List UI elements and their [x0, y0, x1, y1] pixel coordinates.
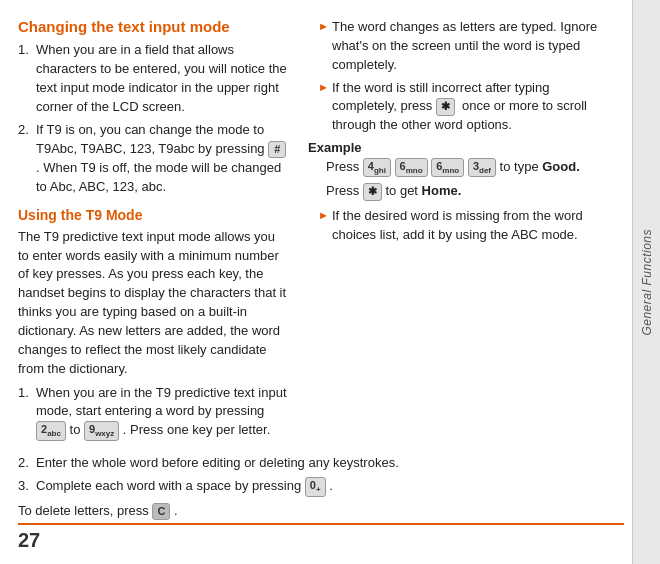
bullet-text: If the word is still incorrect after typ…	[332, 79, 612, 136]
key-star2: ✱	[363, 183, 382, 201]
item-content: If T9 is on, you can change the mode to …	[36, 121, 288, 196]
item-content: When you are in a field that allows char…	[36, 41, 288, 116]
key-0: 0+	[305, 477, 326, 496]
sidebar-label: General Functions	[640, 229, 654, 336]
item-content: Enter the whole word before editing or d…	[36, 454, 612, 473]
key-c: C	[152, 503, 170, 520]
bullet-arrow-icon: ►	[318, 208, 332, 245]
bullet-arrow-icon: ►	[318, 19, 332, 75]
bullet-text: If the desired word is missing from the …	[332, 207, 612, 245]
bullet-arrow-icon: ►	[318, 80, 332, 136]
key-6b: 6mno	[431, 158, 464, 177]
t9-body: The T9 predictive text input mode allows…	[18, 228, 288, 379]
list-item: 2. If T9 is on, you can change the mode …	[18, 121, 288, 196]
key-3: 3def	[468, 158, 496, 177]
sidebar: General Functions	[632, 0, 660, 564]
key-hash: #	[268, 141, 286, 158]
bullet-list-bottom: ► If the desired word is missing from th…	[318, 207, 612, 245]
subsection-title-t9: Using the T9 Mode	[18, 207, 288, 223]
bullet-item: ► If the desired word is missing from th…	[318, 207, 612, 245]
key-6a: 6mno	[395, 158, 428, 177]
key-4: 4ghi	[363, 158, 391, 177]
bullet-text: The word changes as letters are typed. I…	[332, 18, 612, 75]
key-star: ✱	[436, 98, 455, 116]
example-line1: Press 4ghi 6mno 6mno 3def to type Good.	[326, 158, 612, 177]
section-title-changing: Changing the text input mode	[18, 18, 288, 35]
bullet-item: ► If the word is still incorrect after t…	[318, 79, 612, 136]
bullet-list-top: ► The word changes as letters are typed.…	[318, 18, 612, 135]
main-content: Changing the text input mode 1. When you…	[0, 0, 632, 564]
delete-instruction: To delete letters, press C .	[18, 502, 612, 521]
item-content: When you are in the T9 predictive text i…	[36, 384, 288, 441]
item-number: 1.	[18, 384, 36, 441]
list-item: 1. When you are in a field that allows c…	[18, 41, 288, 116]
page-number: 27	[18, 529, 40, 552]
example-block: Press 4ghi 6mno 6mno 3def to type Good. …	[326, 158, 612, 201]
right-column: ► The word changes as letters are typed.…	[308, 18, 612, 446]
example-word1: Good.	[542, 159, 580, 174]
example-word2: Home.	[422, 183, 462, 198]
bullet-item: ► The word changes as letters are typed.…	[318, 18, 612, 75]
item-number: 2.	[18, 121, 36, 196]
item-number: 2.	[18, 454, 36, 473]
bottom-section: 2. Enter the whole word before editing o…	[18, 454, 612, 521]
item-number: 1.	[18, 41, 36, 116]
example-line2: Press ✱ to get Home.	[326, 182, 612, 201]
item-content: Complete each word with a space by press…	[36, 477, 612, 496]
key-9: 9wxyz	[84, 421, 119, 440]
list-item: 3. Complete each word with a space by pr…	[18, 477, 612, 496]
left-column: Changing the text input mode 1. When you…	[18, 18, 288, 446]
item-number: 3.	[18, 477, 36, 496]
list-item: 2. Enter the whole word before editing o…	[18, 454, 612, 473]
page-footer: 27	[18, 523, 624, 552]
list-item: 1. When you are in the T9 predictive tex…	[18, 384, 288, 441]
key-2: 2abc	[36, 421, 66, 440]
example-label: Example	[308, 140, 612, 155]
